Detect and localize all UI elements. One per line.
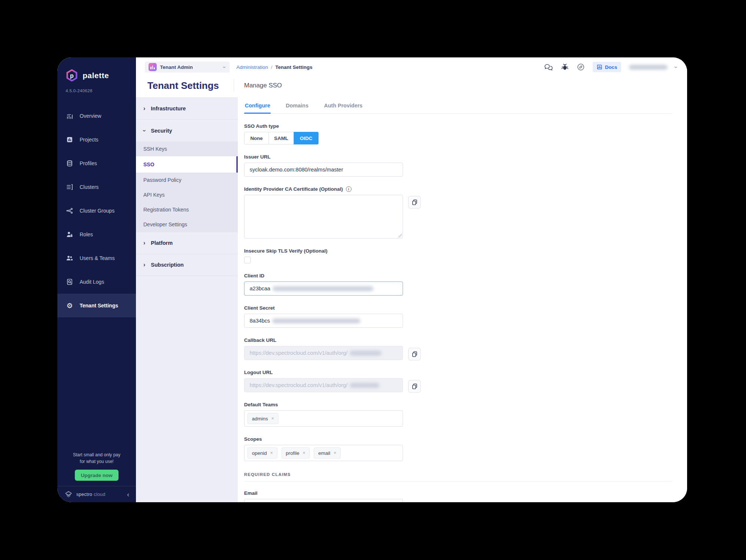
settings-section-security[interactable]: › Security xyxy=(136,120,238,141)
promo-line-2: for what you use! xyxy=(57,458,136,465)
project-selector[interactable]: Tenant Admin › xyxy=(145,61,230,73)
sidebar-item-users-teams[interactable]: Users & Teams xyxy=(57,246,136,270)
sso-auth-type-field: SSO Auth type None SAML OIDC xyxy=(244,123,403,144)
client-id-input[interactable]: a23bcaa xyxy=(244,281,403,296)
footer-brand-cloud: cloud xyxy=(94,492,105,497)
breadcrumb: Administration / Tenant Settings xyxy=(236,64,313,70)
tag-label: openid xyxy=(252,450,267,456)
required-claims-divider xyxy=(244,481,672,481)
logout-url-value: https://dev.spectrocloud.com/v1/auth/org… xyxy=(250,382,347,388)
remove-tag-icon[interactable]: × xyxy=(334,451,336,455)
email-claim-input[interactable]: email xyxy=(244,499,403,502)
cluster-groups-icon xyxy=(66,207,74,214)
auth-type-none-button[interactable]: None xyxy=(244,132,269,144)
sidebar-item-label: Cluster Groups xyxy=(80,208,114,214)
client-secret-input[interactable]: 8a34bcs xyxy=(244,314,403,328)
callback-url-redacted-blob xyxy=(350,351,382,356)
client-secret-label: Client Secret xyxy=(244,305,403,311)
email-claim-field: Email email xyxy=(244,490,403,502)
scope-tag-email: email × xyxy=(314,447,340,459)
issuer-url-field: Issuer URL sycloak.demo.com:8080/realms/… xyxy=(244,154,403,177)
settings-item-label: SSO xyxy=(143,161,154,167)
docs-label: Docs xyxy=(605,64,617,70)
ca-certificate-textarea[interactable] xyxy=(244,195,403,239)
audit-logs-icon xyxy=(66,278,74,286)
tab-bar: Configure Domains Auth Providers xyxy=(244,97,672,114)
settings-section-subscription[interactable]: › Subscription xyxy=(136,254,238,276)
resize-handle[interactable] xyxy=(398,234,402,237)
user-name-redacted[interactable] xyxy=(629,65,667,70)
remove-tag-icon[interactable]: × xyxy=(270,451,273,455)
brand: p palette xyxy=(57,57,136,83)
skip-tls-field: Insecure Skip TLS Verify (Optional) xyxy=(244,248,403,263)
sidebar-item-label: Audit Logs xyxy=(80,279,104,285)
tab-auth-providers[interactable]: Auth Providers xyxy=(323,97,363,113)
copy-logout-url-button[interactable] xyxy=(408,380,421,393)
tab-configure[interactable]: Configure xyxy=(244,97,271,113)
logout-url-input: https://dev.spectrocloud.com/v1/auth/org… xyxy=(244,378,403,392)
scopes-label: Scopes xyxy=(244,436,403,442)
client-id-field: Client ID a23bcaa xyxy=(244,273,403,296)
bug-report-icon[interactable] xyxy=(561,63,569,71)
sidebar-item-overview[interactable]: Overview xyxy=(57,104,136,128)
settings-section-infrastructure[interactable]: › Infrastructure xyxy=(136,98,238,120)
sidebar-item-audit-logs[interactable]: Audit Logs xyxy=(57,270,136,294)
users-teams-icon xyxy=(66,254,74,262)
sidebar-item-tenant-settings[interactable]: ⚙ Tenant Settings xyxy=(57,294,136,317)
info-icon[interactable]: i xyxy=(346,186,352,192)
auth-type-oidc-button[interactable]: OIDC xyxy=(294,132,319,144)
docs-button[interactable]: Docs xyxy=(593,62,621,72)
copy-ca-certificate-button[interactable] xyxy=(408,196,421,209)
upgrade-now-button[interactable]: Upgrade now xyxy=(75,470,119,481)
sidebar-item-cluster-groups[interactable]: Cluster Groups xyxy=(57,199,136,223)
tab-domains[interactable]: Domains xyxy=(285,97,309,113)
chat-icon[interactable] xyxy=(544,63,553,71)
sso-form: SSO Auth type None SAML OIDC Issuer URL … xyxy=(244,114,672,502)
sidebar-item-projects[interactable]: Projects xyxy=(57,128,136,151)
chevron-down-icon: › xyxy=(222,66,228,68)
settings-item-developer-settings[interactable]: Developer Settings xyxy=(136,217,238,232)
footer-brand-spectro: spectro xyxy=(76,492,92,497)
scopes-input[interactable]: openid × profile × email × xyxy=(244,445,403,461)
security-subnav: SSH Keys SSO Password Policy API Keys Re… xyxy=(136,141,238,232)
issuer-url-label: Issuer URL xyxy=(244,154,403,160)
compass-icon[interactable] xyxy=(577,63,585,71)
settings-item-label: SSH Keys xyxy=(143,146,167,152)
client-id-redacted-blob xyxy=(273,286,373,291)
sidebar: p palette 4.5.0-240628 Overview xyxy=(57,57,136,502)
auth-type-saml-button[interactable]: SAML xyxy=(269,132,294,144)
settings-item-label: Registration Tokens xyxy=(143,207,189,213)
settings-item-ssh-keys[interactable]: SSH Keys xyxy=(136,141,238,156)
collapse-sidebar-icon[interactable]: ‹ xyxy=(127,491,129,498)
client-id-label: Client ID xyxy=(244,273,403,279)
sso-auth-type-segmented: None SAML OIDC xyxy=(244,132,319,144)
page-header: Tenant Settings Manage SSO xyxy=(136,74,687,97)
settings-section-label: Subscription xyxy=(151,262,184,268)
settings-section-platform[interactable]: › Platform xyxy=(136,232,238,254)
svg-text:p: p xyxy=(70,73,74,79)
sidebar-item-roles[interactable]: Roles xyxy=(57,223,136,246)
user-menu-chevron-icon[interactable]: › xyxy=(673,66,680,68)
remove-tag-icon[interactable]: × xyxy=(303,451,305,455)
breadcrumb-tenant-settings: Tenant Settings xyxy=(275,64,312,70)
settings-item-sso[interactable]: SSO xyxy=(136,156,238,173)
sidebar-item-profiles[interactable]: Profiles xyxy=(57,151,136,175)
header-divider xyxy=(234,79,234,92)
copy-callback-url-button[interactable] xyxy=(408,348,421,360)
settings-item-api-keys[interactable]: API Keys xyxy=(136,187,238,202)
ca-certificate-field: Identity Provider CA Certificate (Option… xyxy=(244,186,403,239)
app-window: p palette 4.5.0-240628 Overview xyxy=(57,57,687,502)
chevron-right-icon: › xyxy=(143,240,145,246)
breadcrumb-administration[interactable]: Administration xyxy=(236,64,268,70)
settings-item-password-policy[interactable]: Password Policy xyxy=(136,173,238,187)
sidebar-item-clusters[interactable]: Clusters xyxy=(57,175,136,199)
team-tag-admins: admins × xyxy=(247,413,279,424)
default-teams-input[interactable]: admins × xyxy=(244,410,403,427)
breadcrumb-separator: / xyxy=(271,64,273,70)
client-secret-redacted-blob xyxy=(272,319,360,323)
chevron-right-icon: › xyxy=(143,262,145,268)
skip-tls-checkbox[interactable] xyxy=(244,257,251,263)
issuer-url-input[interactable]: sycloak.demo.com:8080/realms/master xyxy=(244,163,403,177)
remove-tag-icon[interactable]: × xyxy=(272,416,274,421)
settings-item-registration-tokens[interactable]: Registration Tokens xyxy=(136,202,238,217)
